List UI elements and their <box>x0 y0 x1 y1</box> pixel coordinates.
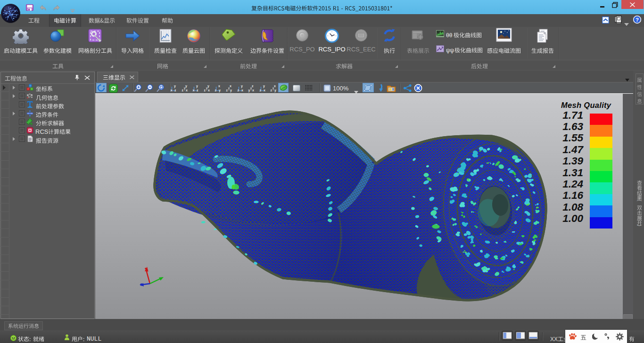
svg-text:x: x <box>252 89 254 92</box>
svg-text:x: x <box>218 84 220 88</box>
svg-text:z: z <box>182 89 183 92</box>
svg-text:x: x <box>186 89 188 92</box>
svg-text:y: y <box>263 84 265 88</box>
svg-text:y: y <box>207 84 209 88</box>
svg-text:y: y <box>230 89 232 92</box>
svg-text:x: x <box>171 89 173 92</box>
svg-text:z: z <box>271 89 272 92</box>
svg-text:x: x <box>241 89 243 92</box>
svg-text:z: z <box>237 89 239 92</box>
svg-text:x: x <box>208 89 210 92</box>
svg-text:z: z <box>174 89 176 92</box>
svg-text:y: y <box>241 84 243 88</box>
svg-text:y: y <box>196 84 198 88</box>
svg-text:y: y <box>219 89 221 92</box>
svg-text:y: y <box>274 89 276 92</box>
svg-text:y: y <box>248 89 250 92</box>
svg-text:z: z <box>197 89 198 92</box>
svg-text:x: x <box>264 89 265 92</box>
svg-text:?: ? <box>636 17 639 23</box>
svg-text:z: z <box>252 84 254 88</box>
svg-text:x: x <box>193 89 195 92</box>
svg-text:z: z <box>204 89 206 92</box>
svg-text:z: z <box>259 89 261 92</box>
svg-text:x: x <box>274 84 276 88</box>
svg-text:z: z <box>215 89 217 92</box>
svg-text:y: y <box>174 84 176 88</box>
svg-text:y: y <box>185 84 187 88</box>
svg-text:z: z <box>226 89 228 92</box>
svg-text:x: x <box>230 84 231 88</box>
